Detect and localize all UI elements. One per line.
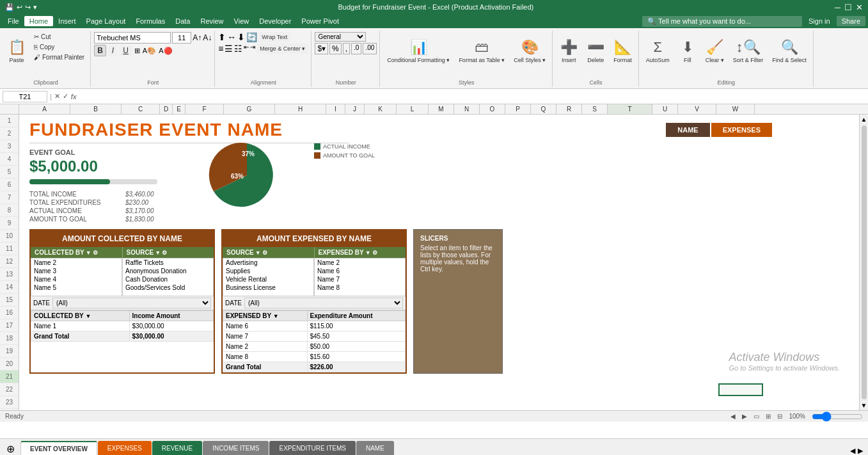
col-o[interactable]: O	[480, 104, 505, 114]
format-as-table-button[interactable]: 🗃 Format as Table ▾	[455, 32, 509, 70]
sort-filter-button[interactable]: ↕🔍 Sort & Filter	[729, 32, 768, 70]
spreadsheet-content[interactable]: FUNDRAISER EVENT NAME NAME EXPENSES EVEN…	[19, 115, 859, 410]
exp-source-list[interactable]: Advertising Supplies Vehicle Rental Busi…	[223, 258, 314, 296]
cut-button[interactable]: ✂ Cut	[31, 32, 88, 42]
increase-font-icon[interactable]: A↑	[193, 33, 201, 42]
collected-name4[interactable]: Name 4	[31, 275, 122, 283]
format-painter-button[interactable]: 🖌 Format Painter	[31, 52, 88, 62]
col-i[interactable]: I	[326, 104, 345, 114]
tab-scroll-left[interactable]: ◀	[850, 447, 855, 455]
font-name-input[interactable]	[94, 32, 171, 44]
confirm-formula-icon[interactable]: ✓	[63, 92, 68, 100]
border-icon[interactable]: ⊞	[134, 47, 140, 55]
quick-access-toolbar[interactable]: 💾 ↩ ↪ ▾	[5, 3, 37, 12]
insert-button[interactable]: ➕ Insert	[556, 32, 581, 70]
search-bar[interactable]: 🔍 Tell me what you want to do...	[642, 16, 802, 27]
col-k[interactable]: K	[365, 104, 397, 114]
col-l[interactable]: L	[397, 104, 429, 114]
menu-data[interactable]: Data	[170, 16, 195, 26]
collected-settings-icon[interactable]: ⚙	[93, 250, 98, 256]
income-amount-col-header[interactable]: Income Amount	[129, 311, 213, 321]
share-btn[interactable]: Share	[837, 16, 865, 26]
exp-source-vehicle[interactable]: Vehicle Rental	[223, 275, 313, 283]
exp-source-settings-icon[interactable]: ⚙	[262, 250, 267, 256]
tab-name[interactable]: NAME	[356, 441, 394, 455]
collected-name2[interactable]: Name 2	[31, 259, 122, 267]
window-controls[interactable]: ─ ☐ ✕	[835, 3, 863, 12]
exp-by-settings-icon[interactable]: ⚙	[372, 250, 377, 256]
format-button[interactable]: 📐 Format	[610, 32, 636, 70]
col-n[interactable]: N	[454, 104, 480, 114]
col-h[interactable]: H	[275, 104, 326, 114]
collected-name3[interactable]: Name 3	[31, 267, 122, 275]
fill-color-icon[interactable]: A🎨	[143, 47, 156, 55]
expenses-button[interactable]: EXPENSES	[711, 123, 772, 137]
col-j[interactable]: J	[345, 104, 365, 114]
exp-date-filter-select[interactable]: (All)	[244, 298, 403, 308]
underline-button[interactable]: U	[120, 45, 132, 56]
menu-review[interactable]: Review	[195, 16, 228, 26]
scroll-up-btn[interactable]: ▲	[860, 115, 868, 124]
col-s[interactable]: S	[582, 104, 608, 114]
col-e[interactable]: E	[173, 104, 185, 114]
collected-name5[interactable]: Name 5	[31, 283, 122, 292]
clear-button[interactable]: 🧹 Clear ▾	[702, 32, 728, 70]
menu-file[interactable]: File	[3, 16, 24, 26]
source-goods[interactable]: Goods/Services Sold	[123, 283, 213, 292]
exp-sort-icon[interactable]: ▼	[273, 313, 279, 319]
sign-in-btn[interactable]: Sign in	[809, 17, 830, 25]
view-layout-btn[interactable]: ⊞	[766, 413, 771, 420]
source-settings-icon[interactable]: ⚙	[162, 250, 167, 256]
font-size-input[interactable]	[172, 32, 191, 44]
date-filter-select[interactable]: (All)	[52, 298, 211, 308]
align-top-icon[interactable]: ⬆	[218, 32, 226, 42]
close-icon[interactable]: ✕	[856, 3, 863, 12]
col-t[interactable]: T	[608, 104, 652, 114]
collected-by-sort-icon[interactable]: ▼	[85, 313, 91, 319]
collected-by-col-header[interactable]: COLLECTED BY ▼	[31, 311, 130, 321]
source-anonymous[interactable]: Anonymous Donation	[123, 267, 213, 275]
exp-name8[interactable]: Name 8	[315, 283, 405, 292]
decrease-decimal-icon[interactable]: .0	[351, 43, 361, 54]
align-bottom-icon[interactable]: ⬇	[237, 32, 245, 42]
zoom-slider[interactable]	[812, 411, 863, 422]
view-page-break-btn[interactable]: ⊟	[777, 413, 782, 420]
align-middle-icon[interactable]: ↔	[227, 32, 236, 42]
collected-by-list[interactable]: Name 2 Name 3 Name 4 Name 5	[31, 258, 122, 296]
col-r[interactable]: R	[556, 104, 582, 114]
source-raffle[interactable]: Raffle Tickets	[123, 259, 213, 267]
name-button[interactable]: NAME	[666, 123, 709, 137]
increase-decimal-icon[interactable]: .00	[363, 43, 377, 54]
maximize-icon[interactable]: ☐	[844, 3, 852, 12]
scroll-down-btn[interactable]: ▼	[860, 401, 868, 410]
decrease-indent-icon[interactable]: ⇤	[244, 44, 249, 54]
exp-source-advertising[interactable]: Advertising	[223, 259, 313, 267]
percent-button[interactable]: %	[329, 43, 342, 54]
scroll-left-btn[interactable]: ◀	[730, 413, 736, 420]
italic-button[interactable]: I	[109, 45, 117, 56]
exp-row-3[interactable]: Name 2 $50.00	[223, 342, 406, 352]
fill-button[interactable]: ⬇ Fill	[675, 32, 700, 70]
source-cash[interactable]: Cash Donation	[123, 275, 213, 283]
minimize-icon[interactable]: ─	[835, 3, 840, 12]
formula-input[interactable]	[79, 93, 865, 100]
tab-scroll-right[interactable]: ▶	[858, 447, 863, 455]
increase-indent-icon[interactable]: ⇥	[250, 44, 255, 54]
scroll-right-btn[interactable]: ▶	[742, 413, 747, 420]
collected-row-1[interactable]: Name 1 $30,000.00	[31, 321, 214, 331]
col-p[interactable]: P	[505, 104, 531, 114]
tab-expenses[interactable]: EXPENSES	[98, 441, 152, 455]
collected-filter-icon[interactable]: ▼	[86, 250, 91, 256]
cell-reference-input[interactable]	[3, 91, 47, 102]
insert-function-icon[interactable]: fx	[71, 93, 77, 100]
autosum-button[interactable]: Σ AutoSum	[642, 32, 674, 70]
add-sheet-btn[interactable]: ⊕	[6, 443, 15, 455]
menu-view[interactable]: View	[229, 16, 255, 26]
wrap-text-button[interactable]: Wrap Text	[258, 32, 290, 42]
exp-name7[interactable]: Name 7	[315, 275, 405, 283]
col-f[interactable]: F	[185, 104, 224, 114]
exp-source-supplies[interactable]: Supplies	[223, 267, 313, 275]
number-format-select[interactable]: General	[315, 32, 366, 42]
menu-formulas[interactable]: Formulas	[130, 16, 170, 26]
col-a[interactable]: A	[19, 104, 70, 114]
